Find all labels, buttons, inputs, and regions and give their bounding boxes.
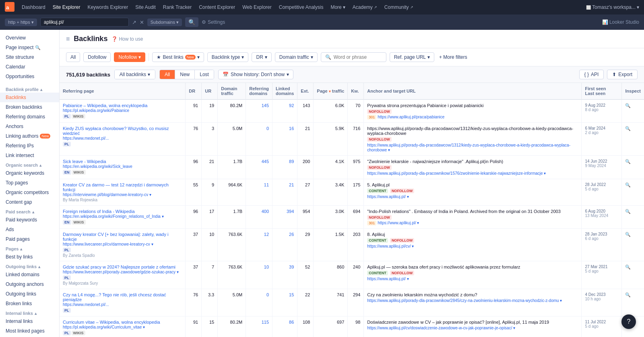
word-phrase-input[interactable] <box>334 54 382 60</box>
ref-page-title-link[interactable]: Darmowy kreator CV [+ bez logowania]: za… <box>63 232 168 242</box>
sidebar-group-internal-links[interactable]: Internal links ▴ <box>0 308 59 316</box>
nav-site-explorer[interactable]: Site Explorer <box>50 2 84 12</box>
inspect-icon[interactable]: 🔍 <box>625 232 631 237</box>
nav-rank-tracker[interactable]: Rank Tracker <box>160 2 195 12</box>
sidebar-item-best-by-links[interactable]: Best by links <box>0 252 59 262</box>
sidebar-group-pages[interactable]: Pages ▴ <box>0 244 59 252</box>
sidebar-item-outgoing-links[interactable]: Outgoing links <box>0 289 59 299</box>
ref-page-url-link[interactable]: https://pl.wikipedia.org/wiki/Pabianice <box>63 108 129 113</box>
sidebar-item-referring-ips[interactable]: Referring IPs <box>0 141 59 151</box>
nav-content-explorer[interactable]: Content Explorer <box>196 2 238 12</box>
ref-page-title-link[interactable]: Foreign relations of India - Wikipedia <box>63 209 135 214</box>
anchor-url-link[interactable]: https://www.aplikuj.pl/cv/doswiadczenie-… <box>367 326 515 330</box>
ref-page-url-link[interactable]: https://interviewme.pl/blog/darmowe-krea… <box>63 192 151 197</box>
nav-competitive-analysis[interactable]: Competitive Analysis <box>276 2 327 12</box>
tab-new[interactable]: New <box>175 70 195 79</box>
sidebar-item-outgoing-anchors[interactable]: Outgoing anchors <box>0 279 59 289</box>
sidebar-item-organic-competitors[interactable]: Organic competitors <box>0 188 59 197</box>
sidebar-item-anchors[interactable]: Anchors <box>0 122 59 131</box>
anchor-url-link[interactable]: https://www.aplikuj.pl/porady-dla-pracow… <box>367 171 546 176</box>
sidebar-item-opportunities[interactable]: Opportunities <box>0 72 59 81</box>
show-history-btn[interactable]: 📅 Show history: Don't show ▾ <box>218 70 293 79</box>
inspect-icon[interactable]: 🔍 <box>625 159 631 164</box>
ref-page-url-link[interactable]: https://pl.wikipedia.org/wiki/Curriculum… <box>63 325 145 329</box>
nav-academy[interactable]: Academy ↗ <box>349 2 380 12</box>
looker-studio-link[interactable]: 📊 Looker Studio <box>602 19 639 25</box>
col-linked-domains[interactable]: Linkeddomains <box>272 83 297 99</box>
sidebar-item-ads[interactable]: Ads <box>0 225 59 234</box>
inspect-icon[interactable]: 🔍 <box>625 292 631 297</box>
url-input[interactable] <box>40 18 129 27</box>
search-button[interactable]: 🔍 <box>185 17 198 27</box>
anchor-url-link[interactable]: https://www.aplikuj.pl/ ▾ <box>378 221 419 225</box>
nofollow-filter-btn[interactable]: Nofollow ▾ <box>114 52 145 62</box>
ref-page-url-link[interactable]: https://www.medonet.pl/... <box>63 136 109 141</box>
close-icon[interactable]: ✕ <box>140 19 144 25</box>
ref-page-url-link[interactable]: https://en.wikipedia.org/wiki/Foreign_re… <box>63 214 164 219</box>
api-button[interactable]: { } API <box>579 70 604 79</box>
ref-page-title-link[interactable]: Curriculum vitae – Wikipedia, wolna ency… <box>63 320 160 325</box>
how-to-use-link[interactable]: ❓ How to use <box>111 36 143 42</box>
nav-dashboard[interactable]: Dashboard <box>19 2 49 12</box>
col-kw[interactable]: Kw. <box>348 83 364 99</box>
col-referring-domains[interactable]: Referringdomains <box>246 83 272 99</box>
sidebar-item-link-intersect[interactable]: Link intersect <box>0 151 59 160</box>
sidebar-item-site-structure[interactable]: Site structure <box>0 52 59 62</box>
sidebar-item-backlinks[interactable]: Backlinks <box>0 93 59 102</box>
sidebar-item-page-inspect[interactable]: Page inspect 🔍 <box>0 43 59 52</box>
sidebar-group-paid-search[interactable]: Paid search ▴ <box>0 207 59 215</box>
col-ext[interactable]: Ext. <box>297 83 314 99</box>
ref-page-title-link[interactable]: Czy na L4 mogę...? Tego nie rób, jeśli c… <box>63 292 166 302</box>
inspect-icon[interactable]: 🔍 <box>625 209 631 214</box>
col-referring-page[interactable]: Referring page <box>60 83 186 99</box>
col-anchor-url[interactable]: Anchor and target URL <box>364 83 582 99</box>
sidebar-item-linking-authors[interactable]: Linking authors New <box>0 131 59 141</box>
ref-page-title-link[interactable]: Pabianice – Wikipedia, wolna encyklopedi… <box>63 103 147 108</box>
col-dates[interactable]: First seenLast seen <box>582 83 622 99</box>
inspect-icon[interactable]: 🔍 <box>625 126 631 131</box>
sidebar-item-broken-links[interactable]: Broken links <box>0 299 59 308</box>
ref-page-url-link[interactable]: https://www.livecareer.pl/porady-zawodow… <box>63 270 179 274</box>
sidebar-group-organic-search[interactable]: Organic search ▴ <box>0 160 59 168</box>
best-links-btn[interactable]: ★ Best links New ▾ <box>152 52 204 62</box>
protocol-selector[interactable]: http + https ▾ <box>5 19 37 26</box>
settings-button[interactable]: ⚙ Settings <box>202 19 225 25</box>
external-link-icon[interactable]: ↗ <box>132 19 136 25</box>
nav-more[interactable]: More ▾ <box>327 2 348 12</box>
workspace-selector[interactable]: ⬜ Tomasz's workspa... ▾ <box>586 4 639 10</box>
anchor-url-link[interactable]: https://www.aplikuj.pl/cv/ ▾ <box>367 244 414 248</box>
sidebar-group-outgoing-links[interactable]: Outgoing links ▴ <box>0 262 59 270</box>
tab-lost[interactable]: Lost <box>195 70 214 79</box>
all-filter-btn[interactable]: All <box>66 52 80 62</box>
all-backlinks-dropdown[interactable]: All backlinks ▾ <box>115 70 155 79</box>
sidebar-item-linked-domains[interactable]: Linked domains <box>0 270 59 279</box>
sidebar-item-paid-keywords[interactable]: Paid keywords <box>0 215 59 225</box>
ref-page-url-btn[interactable]: Ref. page URL ▾ <box>390 52 434 62</box>
subdomains-selector[interactable]: Subdomains ▾ <box>147 19 182 26</box>
sidebar-item-broken-backlinks[interactable]: Broken backlinks <box>0 102 59 112</box>
sidebar-item-content-gap[interactable]: Content gap <box>0 197 59 207</box>
ref-page-title-link[interactable]: Gdzie szukać pracy w 2024? Najlepsze por… <box>63 265 175 269</box>
nav-keywords-explorer[interactable]: Keywords Explorer <box>84 2 131 12</box>
ref-page-title-link[interactable]: Kiedy ZUS wypłaca chorobowe? Wszystko, c… <box>63 126 169 136</box>
nav-web-explorer[interactable]: Web Explorer <box>239 2 275 12</box>
ref-page-url-link[interactable]: https://en.wikipedia.org/wiki/Sick_leave <box>63 164 132 169</box>
dofollow-filter-btn[interactable]: Dofollow <box>83 52 111 62</box>
sidebar-item-overview[interactable]: Overview <box>0 33 59 43</box>
tab-all[interactable]: All <box>160 70 175 79</box>
help-button[interactable]: ? <box>621 314 636 329</box>
anchor-url-link[interactable]: https://www.aplikuj.pl/porady-dla-pracod… <box>367 143 570 152</box>
sidebar-item-internal-links[interactable]: Internal links <box>0 316 59 326</box>
export-button[interactable]: ⬆ Export <box>607 70 638 79</box>
sidebar-item-calendar[interactable]: Calendar <box>0 62 59 72</box>
nav-site-audit[interactable]: Site Audit <box>132 2 159 12</box>
more-filters-btn[interactable]: + More filters <box>439 54 467 60</box>
ref-page-title-link[interactable]: Sick leave - Wikipedia <box>63 159 106 164</box>
sidebar-item-referring-domains[interactable]: Referring domains <box>0 112 59 122</box>
col-domain-traffic[interactable]: Domaintraffic <box>218 83 246 99</box>
ref-page-url-link[interactable]: https://www.livecareer.pl/cv/darmowe-kre… <box>63 242 153 246</box>
sidebar-item-most-linked-pages[interactable]: Most linked pages <box>0 326 59 336</box>
dr-filter-btn[interactable]: DR ▾ <box>252 52 271 62</box>
inspect-icon[interactable]: 🔍 <box>625 265 631 269</box>
sidebar-item-top-pages-organic[interactable]: Top pages <box>0 178 59 188</box>
